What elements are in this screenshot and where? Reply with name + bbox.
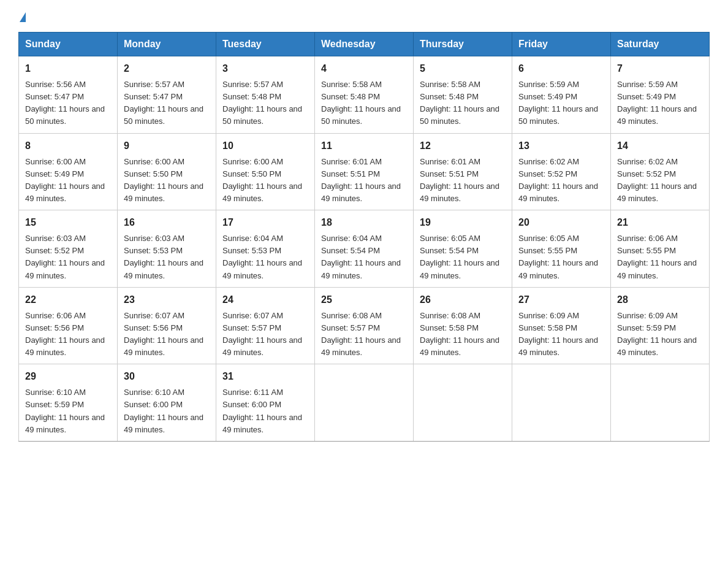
calendar-cell: 28Sunrise: 6:09 AMSunset: 5:59 PMDayligh… <box>611 287 710 364</box>
calendar-cell: 23Sunrise: 6:07 AMSunset: 5:56 PMDayligh… <box>118 287 216 364</box>
calendar-header-thursday: Thursday <box>414 33 512 56</box>
day-info: Sunrise: 5:57 AMSunset: 5:48 PMDaylight:… <box>222 79 308 128</box>
calendar-cell: 16Sunrise: 6:03 AMSunset: 5:53 PMDayligh… <box>118 210 216 288</box>
calendar-header-friday: Friday <box>512 33 611 56</box>
day-number: 18 <box>321 215 407 230</box>
calendar-header-saturday: Saturday <box>611 33 710 56</box>
calendar-cell: 26Sunrise: 6:08 AMSunset: 5:58 PMDayligh… <box>414 287 512 364</box>
day-info: Sunrise: 6:01 AMSunset: 5:51 PMDaylight:… <box>321 156 407 205</box>
day-number: 22 <box>25 293 111 307</box>
day-info: Sunrise: 5:59 AMSunset: 5:49 PMDaylight:… <box>617 79 703 128</box>
day-info: Sunrise: 6:01 AMSunset: 5:51 PMDaylight:… <box>420 156 506 205</box>
calendar-cell: 3Sunrise: 5:57 AMSunset: 5:48 PMDaylight… <box>216 56 315 134</box>
calendar-cell: 29Sunrise: 6:10 AMSunset: 5:59 PMDayligh… <box>19 364 118 442</box>
calendar-cell: 4Sunrise: 5:58 AMSunset: 5:48 PMDaylight… <box>315 56 414 134</box>
day-number: 14 <box>617 139 703 153</box>
calendar-cell: 13Sunrise: 6:02 AMSunset: 5:52 PMDayligh… <box>512 133 611 210</box>
calendar-cell: 19Sunrise: 6:05 AMSunset: 5:54 PMDayligh… <box>414 210 512 288</box>
day-number: 24 <box>222 293 308 307</box>
calendar-cell: 7Sunrise: 5:59 AMSunset: 5:49 PMDaylight… <box>611 56 710 134</box>
calendar-cell: 15Sunrise: 6:03 AMSunset: 5:52 PMDayligh… <box>19 210 118 288</box>
day-info: Sunrise: 6:04 AMSunset: 5:53 PMDaylight:… <box>222 232 308 282</box>
calendar-header-wednesday: Wednesday <box>315 33 414 56</box>
calendar-cell: 8Sunrise: 6:00 AMSunset: 5:49 PMDaylight… <box>19 133 118 210</box>
day-info: Sunrise: 6:10 AMSunset: 6:00 PMDaylight:… <box>124 386 210 436</box>
calendar-header-row: SundayMondayTuesdayWednesdayThursdayFrid… <box>19 33 710 56</box>
day-number: 7 <box>617 61 703 76</box>
day-number: 31 <box>222 369 308 384</box>
day-number: 11 <box>321 139 407 153</box>
logo-triangle-icon <box>20 12 26 22</box>
calendar-table: SundayMondayTuesdayWednesdayThursdayFrid… <box>18 32 710 442</box>
page-header <box>18 12 710 22</box>
day-info: Sunrise: 5:58 AMSunset: 5:48 PMDaylight:… <box>321 79 407 128</box>
day-info: Sunrise: 6:02 AMSunset: 5:52 PMDaylight:… <box>518 156 604 205</box>
day-info: Sunrise: 5:56 AMSunset: 5:47 PMDaylight:… <box>25 79 111 128</box>
calendar-cell <box>315 364 414 442</box>
day-info: Sunrise: 5:59 AMSunset: 5:49 PMDaylight:… <box>518 79 604 128</box>
day-info: Sunrise: 6:10 AMSunset: 5:59 PMDaylight:… <box>25 386 111 436</box>
day-info: Sunrise: 5:58 AMSunset: 5:48 PMDaylight:… <box>420 79 506 128</box>
day-number: 28 <box>617 293 703 307</box>
logo <box>18 12 26 22</box>
day-info: Sunrise: 6:11 AMSunset: 6:00 PMDaylight:… <box>222 386 308 436</box>
day-info: Sunrise: 6:03 AMSunset: 5:53 PMDaylight:… <box>124 232 210 282</box>
day-number: 26 <box>420 293 506 307</box>
day-number: 20 <box>518 215 604 230</box>
day-number: 9 <box>124 139 210 153</box>
calendar-cell <box>512 364 611 442</box>
day-number: 29 <box>25 369 111 384</box>
calendar-week-row: 15Sunrise: 6:03 AMSunset: 5:52 PMDayligh… <box>19 210 710 288</box>
day-number: 8 <box>25 139 111 153</box>
calendar-cell: 22Sunrise: 6:06 AMSunset: 5:56 PMDayligh… <box>19 287 118 364</box>
calendar-week-row: 29Sunrise: 6:10 AMSunset: 5:59 PMDayligh… <box>19 364 710 442</box>
calendar-cell: 5Sunrise: 5:58 AMSunset: 5:48 PMDaylight… <box>414 56 512 134</box>
calendar-cell <box>414 364 512 442</box>
calendar-cell: 25Sunrise: 6:08 AMSunset: 5:57 PMDayligh… <box>315 287 414 364</box>
calendar-cell: 17Sunrise: 6:04 AMSunset: 5:53 PMDayligh… <box>216 210 315 288</box>
day-info: Sunrise: 6:05 AMSunset: 5:54 PMDaylight:… <box>420 232 506 282</box>
day-info: Sunrise: 6:07 AMSunset: 5:57 PMDaylight:… <box>222 310 308 359</box>
day-number: 5 <box>420 61 506 76</box>
calendar-header-sunday: Sunday <box>19 33 118 56</box>
day-number: 10 <box>222 139 308 153</box>
day-number: 23 <box>124 293 210 307</box>
calendar-cell: 10Sunrise: 6:00 AMSunset: 5:50 PMDayligh… <box>216 133 315 210</box>
day-number: 12 <box>420 139 506 153</box>
calendar-cell: 2Sunrise: 5:57 AMSunset: 5:47 PMDaylight… <box>118 56 216 134</box>
day-info: Sunrise: 6:03 AMSunset: 5:52 PMDaylight:… <box>25 232 111 282</box>
day-info: Sunrise: 6:00 AMSunset: 5:49 PMDaylight:… <box>25 156 111 205</box>
day-number: 2 <box>124 61 210 76</box>
day-info: Sunrise: 6:08 AMSunset: 5:57 PMDaylight:… <box>321 310 407 359</box>
day-number: 16 <box>124 215 210 230</box>
calendar-cell: 1Sunrise: 5:56 AMSunset: 5:47 PMDaylight… <box>19 56 118 134</box>
calendar-cell: 9Sunrise: 6:00 AMSunset: 5:50 PMDaylight… <box>118 133 216 210</box>
day-number: 3 <box>222 61 308 76</box>
calendar-week-row: 22Sunrise: 6:06 AMSunset: 5:56 PMDayligh… <box>19 287 710 364</box>
day-number: 4 <box>321 61 407 76</box>
day-info: Sunrise: 6:06 AMSunset: 5:55 PMDaylight:… <box>617 232 703 282</box>
calendar-cell: 14Sunrise: 6:02 AMSunset: 5:52 PMDayligh… <box>611 133 710 210</box>
calendar-header-tuesday: Tuesday <box>216 33 315 56</box>
day-number: 21 <box>617 215 703 230</box>
day-info: Sunrise: 6:07 AMSunset: 5:56 PMDaylight:… <box>124 310 210 359</box>
day-number: 15 <box>25 215 111 230</box>
day-info: Sunrise: 6:08 AMSunset: 5:58 PMDaylight:… <box>420 310 506 359</box>
day-number: 25 <box>321 293 407 307</box>
day-number: 6 <box>518 61 604 76</box>
day-number: 13 <box>518 139 604 153</box>
calendar-cell: 11Sunrise: 6:01 AMSunset: 5:51 PMDayligh… <box>315 133 414 210</box>
calendar-cell: 12Sunrise: 6:01 AMSunset: 5:51 PMDayligh… <box>414 133 512 210</box>
day-number: 1 <box>25 61 111 76</box>
day-info: Sunrise: 6:06 AMSunset: 5:56 PMDaylight:… <box>25 310 111 359</box>
calendar-cell: 6Sunrise: 5:59 AMSunset: 5:49 PMDaylight… <box>512 56 611 134</box>
day-info: Sunrise: 6:00 AMSunset: 5:50 PMDaylight:… <box>222 156 308 205</box>
day-info: Sunrise: 6:00 AMSunset: 5:50 PMDaylight:… <box>124 156 210 205</box>
day-number: 27 <box>518 293 604 307</box>
calendar-cell: 30Sunrise: 6:10 AMSunset: 6:00 PMDayligh… <box>118 364 216 442</box>
calendar-week-row: 1Sunrise: 5:56 AMSunset: 5:47 PMDaylight… <box>19 56 710 134</box>
calendar-cell: 27Sunrise: 6:09 AMSunset: 5:58 PMDayligh… <box>512 287 611 364</box>
calendar-cell: 24Sunrise: 6:07 AMSunset: 5:57 PMDayligh… <box>216 287 315 364</box>
day-info: Sunrise: 5:57 AMSunset: 5:47 PMDaylight:… <box>124 79 210 128</box>
day-number: 30 <box>124 369 210 384</box>
